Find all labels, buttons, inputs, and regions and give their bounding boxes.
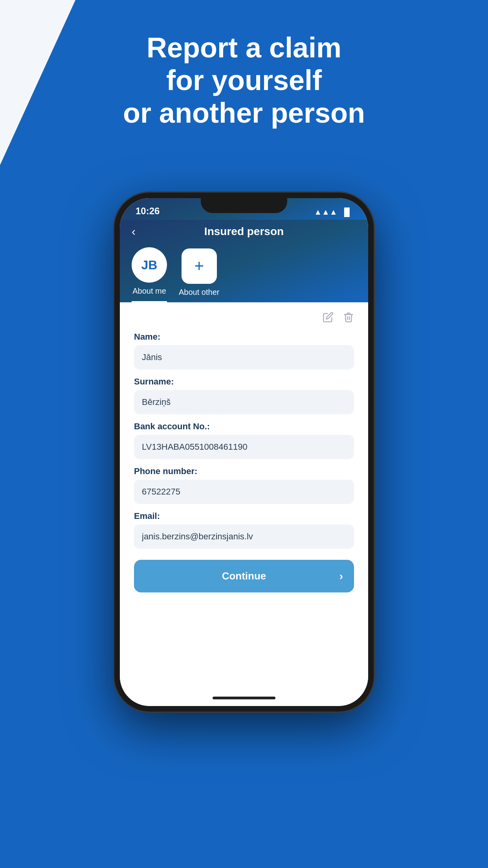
hero-text: Report a claim for yourself or another p… <box>0 31 488 129</box>
back-button[interactable]: ‹ <box>132 226 136 237</box>
name-field-group: Name: <box>134 332 354 370</box>
hero-line3: or another person <box>123 97 365 129</box>
bank-label: Bank account No.: <box>134 421 354 432</box>
form-actions <box>134 310 354 326</box>
app-header: ‹ Insured person JB About me + <box>120 220 368 302</box>
form-area: Name: Surname: Bank account No.: Phone n… <box>120 302 368 690</box>
name-input[interactable] <box>134 345 354 370</box>
person-selector: JB About me + About other <box>132 247 356 302</box>
wifi-icon: ▲▲▲ <box>314 208 337 217</box>
phone-label: Phone number: <box>134 466 354 476</box>
edit-icon[interactable] <box>323 312 334 326</box>
continue-label: Continue <box>222 570 266 582</box>
person-me-label: About me <box>132 287 166 296</box>
bank-input[interactable] <box>134 435 354 459</box>
plus-icon: + <box>194 258 204 274</box>
header-nav: ‹ Insured person <box>132 225 356 238</box>
status-icons: ▲▲▲ ▐▌ <box>314 208 352 217</box>
surname-field-group: Surname: <box>134 377 354 414</box>
email-field-group: Email: <box>134 511 354 549</box>
person-option-me[interactable]: JB About me <box>132 247 167 302</box>
name-label: Name: <box>134 332 354 342</box>
person-other-label: About other <box>179 288 219 297</box>
email-input[interactable] <box>134 524 354 549</box>
home-indicator <box>120 690 368 706</box>
hero-line1: Report a claim <box>147 32 341 63</box>
surname-label: Surname: <box>134 377 354 387</box>
battery-icon: ▐▌ <box>341 208 352 217</box>
avatar-me: JB <box>132 247 167 283</box>
screen-title: Insured person <box>204 225 284 238</box>
hero-line2: for yourself <box>166 64 322 96</box>
continue-arrow-icon: › <box>339 570 343 583</box>
phone-field-group: Phone number: <box>134 466 354 504</box>
delete-icon[interactable] <box>343 312 354 326</box>
home-bar <box>213 697 275 699</box>
bank-field-group: Bank account No.: <box>134 421 354 459</box>
email-label: Email: <box>134 511 354 521</box>
phone-mockup: 10:26 ▲▲▲ ▐▌ ‹ Insured person JB <box>114 193 374 712</box>
continue-button[interactable]: Continue › <box>134 560 354 592</box>
person-option-other[interactable]: + About other <box>179 248 219 302</box>
phone-screen: 10:26 ▲▲▲ ▐▌ ‹ Insured person JB <box>120 198 368 706</box>
phone-bezel: 10:26 ▲▲▲ ▐▌ ‹ Insured person JB <box>114 193 374 712</box>
avatar-initials: JB <box>141 258 158 272</box>
add-other-button[interactable]: + <box>182 248 217 284</box>
status-time: 10:26 <box>136 206 160 217</box>
phone-notch <box>201 198 287 213</box>
phone-input[interactable] <box>134 480 354 504</box>
surname-input[interactable] <box>134 390 354 414</box>
